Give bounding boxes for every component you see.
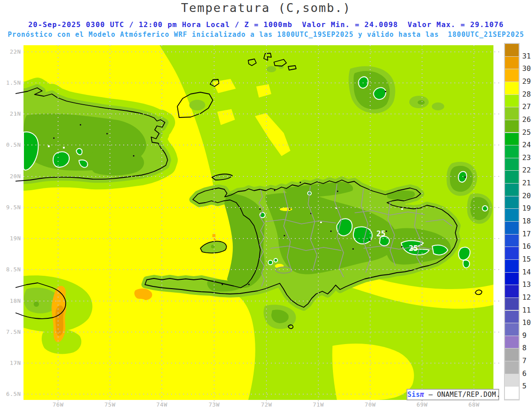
- lat-tick-label: 9.5N: [0, 204, 21, 211]
- lon-tick-label: 73W: [203, 401, 226, 408]
- colorbar-segment: [505, 57, 519, 69]
- lon-tick-label: 69W: [411, 401, 434, 408]
- lat-tick-label: 7.5N: [0, 329, 21, 336]
- colorbar-segment: [505, 311, 519, 323]
- colorbar-tick-label: 20: [522, 192, 532, 200]
- colorbar-segment: [505, 145, 519, 158]
- colorbar-tick-label: 29: [522, 78, 532, 86]
- colorbar-segment: [505, 247, 519, 259]
- colorbar-tick-label: 7: [522, 357, 532, 365]
- temperature-colorbar: [504, 43, 520, 400]
- colorbar-segment: [505, 82, 519, 94]
- lon-tick-label: 76W: [47, 401, 70, 408]
- lon-tick-label: 75W: [98, 401, 121, 408]
- colorbar-segment: [505, 298, 519, 310]
- colorbar-tick-label: 30: [522, 65, 532, 73]
- temperature-map: 2525: [0, 0, 532, 411]
- colorbar-tick-label: 14: [522, 268, 532, 276]
- lon-tick-label: 70W: [359, 401, 382, 408]
- colorbar-tick-label: 10: [522, 319, 532, 327]
- lon-tick-label: 71W: [307, 401, 330, 408]
- colorbar-segment: [505, 95, 519, 107]
- colorbar-tick-label: 26: [522, 116, 532, 124]
- credit-box: Sisπ – ONAMET/REP.DOM.: [407, 389, 499, 400]
- colorbar-tick-label: 17: [522, 230, 532, 238]
- inagua-green-patch: [189, 100, 205, 110]
- brand-sis: Sis: [407, 391, 420, 399]
- colorbar-segment: [505, 184, 519, 196]
- colorbar-tick-label: 22: [522, 166, 532, 174]
- brand-rest: – ONAMET/REP.DOM.: [424, 391, 501, 399]
- temperature-shading: [13, 45, 493, 400]
- colorbar-segment: [505, 196, 519, 209]
- lat-tick-label: 21N: [0, 110, 21, 117]
- colorbar-segment: [505, 171, 519, 183]
- lat-tick-label: 6.5N: [0, 391, 21, 398]
- contour-label-25: 25: [409, 244, 418, 253]
- colorbar-tick-label: 11: [522, 306, 532, 314]
- colorbar-tick-label: 12: [522, 294, 532, 301]
- colorbar-segment: [505, 374, 519, 387]
- colorbar-segment: [505, 336, 519, 348]
- lat-tick-label: 1.5N: [0, 79, 21, 86]
- colorbar-tick-label: 6: [522, 370, 532, 378]
- colorbar-tick-label: 18: [522, 217, 532, 225]
- colorbar-tick-label: 21: [522, 179, 532, 187]
- lat-tick-label: 20N: [0, 173, 21, 180]
- colorbar-segment: [505, 158, 519, 171]
- colorbar-tick-label: 9: [522, 332, 532, 340]
- colorbar-tick-label: 24: [522, 141, 532, 149]
- colorbar-segment: [505, 222, 519, 234]
- colorbar-tick-label: 8: [522, 344, 532, 352]
- brand-pi: π: [420, 391, 425, 399]
- lon-tick-label: 74W: [150, 401, 173, 408]
- colorbar-tick-label: 31: [522, 52, 532, 60]
- colorbar-tick-label: 13: [522, 281, 532, 289]
- colorbar-segment: [505, 260, 519, 272]
- lat-tick-label: 0.5N: [0, 141, 21, 149]
- colorbar-segment: [505, 348, 519, 361]
- colorbar-segment: [505, 44, 519, 56]
- lat-tick-label: 19N: [0, 235, 21, 242]
- colorbar-tick-label: 27: [522, 103, 532, 111]
- lon-tick-label: 68W: [462, 401, 485, 408]
- lon-tick-label: 72W: [255, 401, 278, 408]
- colorbar-segment: [505, 235, 519, 247]
- colorbar-segment: [505, 323, 519, 336]
- colorbar-tick-label: 25: [522, 129, 532, 137]
- colorbar-tick-label: 5: [522, 382, 532, 390]
- colorbar-segment: [505, 107, 519, 120]
- lat-tick-label: 17N: [0, 360, 21, 367]
- colorbar-segment: [505, 285, 519, 297]
- contour-label-25: 25: [376, 229, 385, 238]
- colorbar-segment: [505, 120, 519, 133]
- colorbar-tick-label: 19: [522, 204, 532, 212]
- colorbar-segment: [505, 361, 519, 374]
- lat-tick-label: 22N: [0, 48, 21, 55]
- colorbar-segment: [505, 387, 519, 399]
- weather-map-page: Temperatura (C,somb.) 20-Sep-2025 0300 U…: [0, 0, 532, 411]
- colorbar-segment: [505, 69, 519, 82]
- colorbar-segment: [505, 273, 519, 285]
- colorbar-tick-label: 15: [522, 255, 532, 263]
- colorbar-tick-label: 23: [522, 154, 532, 162]
- colorbar-segment: [505, 133, 519, 145]
- lat-tick-label: 18N: [0, 297, 21, 305]
- colorbar-tick-label: 16: [522, 243, 532, 251]
- colorbar-segment: [505, 209, 519, 221]
- lat-tick-label: 8.5N: [0, 266, 21, 273]
- colorbar-tick-label: 28: [522, 90, 532, 98]
